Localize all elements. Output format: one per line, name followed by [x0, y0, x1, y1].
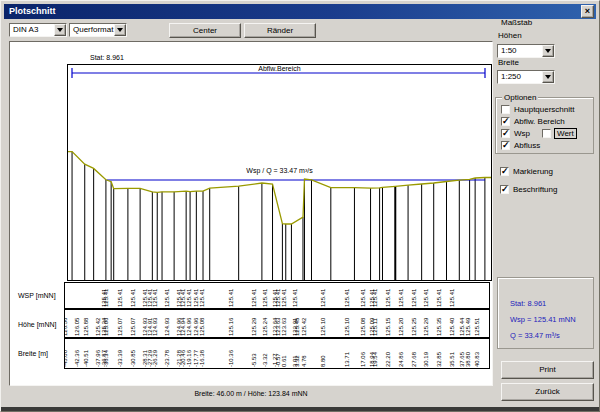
- info-group: Stat: 8.961 Wsp = 125.41 mNN Q = 33.47 m…: [497, 277, 594, 349]
- station-value: -3.32: [262, 353, 269, 367]
- window-title: Plotschnitt: [9, 4, 581, 19]
- station-value: 125.20: [398, 318, 405, 336]
- print-button[interactable]: Print: [501, 361, 594, 379]
- station-value: 125.41: [199, 289, 206, 307]
- station-value: 125.41: [251, 289, 258, 307]
- station-value: 125.10: [320, 318, 327, 336]
- station-value: 123.63: [281, 318, 288, 336]
- station-value: 125.35: [436, 318, 443, 336]
- plotschnitt-window: Plotschnitt × DIN A3 Querformat Center R…: [0, 0, 600, 412]
- water-surface-label: Wsp / Q = 33.47 m³/s: [68, 167, 491, 174]
- station-value: 125.88: [83, 318, 90, 336]
- massstab-heading: Maßstab: [501, 18, 532, 27]
- station-value: -33.39: [117, 350, 124, 367]
- abflw-bereich-label: Abflw.Bereich: [68, 65, 491, 72]
- markierung-label: Markierung: [513, 167, 553, 176]
- station-value: 125.41: [385, 289, 392, 307]
- station-value: 125.45: [294, 318, 301, 336]
- station-value: -45.00: [65, 350, 69, 367]
- title-bar[interactable]: Plotschnitt ×: [4, 4, 596, 19]
- optionen-legend: Optionen: [502, 93, 538, 102]
- station-value: 125.41: [228, 289, 235, 307]
- wsp-checkbox[interactable]: [501, 129, 510, 138]
- station-value: 125.42: [301, 318, 308, 336]
- breite-label: Breite: [498, 58, 519, 67]
- breite-scale-value: 1:250: [498, 71, 542, 83]
- center-button[interactable]: Center: [169, 23, 241, 38]
- station-value: 125.41: [411, 289, 418, 307]
- station-value: 125.16: [228, 318, 235, 336]
- station-value: 125.41: [117, 289, 124, 307]
- orientation-select[interactable]: Querformat: [69, 23, 127, 37]
- station-value: -5.53: [251, 353, 258, 367]
- abflw-bereich-option-label: Abflw. Bereich: [514, 117, 565, 126]
- abflw-bereich-option[interactable]: Abflw. Bereich: [501, 117, 565, 126]
- wert-label: Wert: [554, 128, 577, 139]
- station-value: 125.41: [292, 289, 299, 307]
- station-value: -30.85: [130, 350, 137, 367]
- zurueck-button[interactable]: Zurück: [501, 383, 594, 401]
- chevron-down-icon[interactable]: [54, 24, 66, 36]
- station-value: 125.41: [436, 289, 443, 307]
- station-value: 17.06: [360, 352, 367, 367]
- station-value: 125.08: [199, 318, 206, 336]
- info-wsp: Wsp = 125.41 mNN: [510, 315, 576, 324]
- station-value: 125.25: [411, 318, 418, 336]
- plot-preview-area[interactable]: Stat: 8.961 Abflw.Bereich Wsp / Q = 33.4…: [9, 41, 493, 386]
- status-text: Breite: 46.00 m / Höhe: 123.84 mNN: [194, 390, 307, 397]
- station-value: 24.86: [398, 352, 405, 367]
- wsp-option[interactable]: Wsp Wert: [501, 129, 577, 138]
- beschriftung-option[interactable]: Beschriftung: [500, 185, 557, 194]
- station-value: 125.10: [344, 318, 351, 336]
- station-value: 125.29: [251, 318, 258, 336]
- station-value: 30.19: [423, 352, 430, 367]
- chevron-down-icon[interactable]: [542, 45, 554, 57]
- beschriftung-label: Beschriftung: [513, 185, 557, 194]
- station-value: -40.51: [83, 350, 90, 367]
- station-value: -42.36: [74, 350, 81, 367]
- hauptquerschnitt-checkbox[interactable]: [501, 105, 510, 114]
- station-value: 4.78: [301, 355, 308, 367]
- station-value: 125.07: [130, 318, 137, 336]
- markierung-checkbox[interactable]: [500, 167, 509, 176]
- station-value: 125.24: [262, 318, 269, 336]
- station-value: 125.41: [344, 289, 351, 307]
- station-value: 124.93: [152, 318, 159, 336]
- station-value: 125.07: [117, 318, 124, 336]
- station-value: 125.41: [423, 289, 430, 307]
- station-value: 32.85: [436, 352, 443, 367]
- breite-scale-select[interactable]: 1:250: [497, 70, 555, 84]
- chevron-down-icon[interactable]: [542, 71, 554, 83]
- hoehen-scale-select[interactable]: 1:50: [497, 44, 555, 58]
- station-value: 3.32: [294, 355, 301, 367]
- abfluss-checkbox[interactable]: [501, 141, 510, 150]
- station-value: -10.36: [228, 350, 235, 367]
- abfluss-option[interactable]: Abfluss: [501, 141, 540, 150]
- info-stat: Stat: 8.961: [510, 299, 546, 308]
- markierung-option[interactable]: Markierung: [500, 167, 553, 176]
- station-value: 125.41: [103, 289, 110, 307]
- station-value: 19.54: [372, 352, 379, 367]
- station-value: 125.41: [262, 289, 269, 307]
- station-value: 38.80: [465, 352, 472, 367]
- station-value: 8.80: [320, 355, 327, 367]
- paper-size-value: DIN A3: [10, 24, 54, 36]
- station-value: 125.49: [465, 318, 472, 336]
- close-icon[interactable]: ×: [581, 5, 594, 18]
- station-value: 125.41: [360, 289, 367, 307]
- station-value: 125.15: [385, 318, 392, 336]
- orientation-value: Querformat: [70, 24, 114, 36]
- station-value: 27.68: [411, 352, 418, 367]
- abflw-bereich-checkbox[interactable]: [501, 117, 510, 126]
- beschriftung-checkbox[interactable]: [500, 185, 509, 194]
- row-label-breite: Breite [m]: [18, 350, 62, 357]
- table-row-hoehe: 126.56126.05125.88125.42125.34125.06125.…: [65, 312, 489, 339]
- station-value: 124.96: [186, 318, 193, 336]
- paper-size-select[interactable]: DIN A3: [9, 23, 67, 37]
- station-label: Stat: 8.961: [90, 54, 124, 61]
- wert-checkbox[interactable]: [542, 129, 551, 138]
- chevron-down-icon[interactable]: [114, 24, 126, 36]
- hauptquerschnitt-option[interactable]: Hauptquerschnitt: [501, 105, 574, 114]
- raender-button[interactable]: Ränder: [244, 23, 316, 38]
- row-label-wsp: WSP [mNN]: [18, 292, 62, 299]
